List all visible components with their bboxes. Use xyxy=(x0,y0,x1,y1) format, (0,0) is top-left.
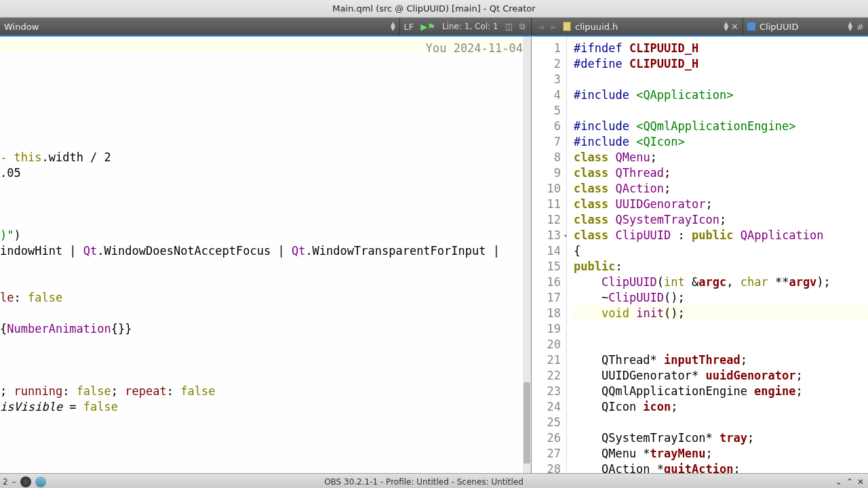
nav-forward-icon: ► xyxy=(549,22,559,32)
close-file-icon[interactable]: ✕ xyxy=(731,22,738,32)
window-title: Main.qml (src @ ClipUUID) [main] - Qt Cr… xyxy=(332,3,535,14)
object-combo-area: Window ▲▼ xyxy=(0,18,400,35)
line-ending[interactable]: LF xyxy=(404,22,414,32)
taskbar-left: 2 – xyxy=(0,476,61,487)
editor-main: You 2024-11-04 - this.width / 2 .05 )") … xyxy=(0,37,868,473)
project-icon xyxy=(747,22,755,30)
nav-back-icon[interactable]: ◄ xyxy=(536,22,545,32)
left-editor-content[interactable]: You 2024-11-04 - this.width / 2 .05 )") … xyxy=(0,41,523,415)
right-editor-content[interactable]: #ifndef CLIPUUID_H #define CLIPUUID_H #i… xyxy=(567,37,868,473)
tray-chevron-down-icon[interactable]: ⌄ xyxy=(835,477,842,487)
git-annotation: You 2024-11-04 xyxy=(0,41,523,56)
hash-icon[interactable]: # xyxy=(856,22,864,32)
tray-close-icon[interactable]: ✕ xyxy=(857,477,864,487)
window-titlebar: Main.qml (src @ ClipUUID) [main] - Qt Cr… xyxy=(0,0,868,18)
workspace-indicator[interactable]: 2 xyxy=(3,477,8,487)
open-file-name[interactable]: clipuuid.h xyxy=(575,22,618,32)
tray-chevron-up-icon[interactable]: ⌃ xyxy=(846,477,853,487)
toolbar-status: LF ▶⚑ Line: 1, Col: 1 ◫ ⧉ xyxy=(400,18,532,35)
qtcreator-app-icon[interactable] xyxy=(35,476,46,487)
qml-object-combo[interactable]: Window xyxy=(4,22,39,32)
build-run-icon[interactable]: ▶⚑ xyxy=(420,22,435,32)
left-scrollbar-thumb[interactable] xyxy=(524,382,530,464)
right-editor-pane[interactable]: 1234567 89101112 1314151617 181920212223… xyxy=(532,37,868,473)
line-col-indicator[interactable]: Line: 1, Col: 1 xyxy=(442,22,498,31)
header-file-icon xyxy=(563,22,571,31)
editor-toolbar: Window ▲▼ LF ▶⚑ Line: 1, Col: 1 ◫ ⧉ ◄ ► … xyxy=(0,18,868,35)
qml-object-label: Window xyxy=(4,22,39,32)
split-icon[interactable]: ◫ xyxy=(505,22,513,31)
close-split-icon[interactable]: ⧉ xyxy=(519,22,526,31)
project-combo-arrows-icon[interactable]: ▲▼ xyxy=(848,22,852,31)
file-combo-arrows-icon[interactable]: ▲▼ xyxy=(724,22,728,31)
project-combo-area: ClipUUID ▲▼ # xyxy=(743,18,868,35)
obs-app-icon[interactable] xyxy=(20,476,31,487)
left-editor-pane[interactable]: You 2024-11-04 - this.width / 2 .05 )") … xyxy=(0,37,532,473)
file-tab-area: ◄ ► clipuuid.h ▲▼ ✕ xyxy=(532,18,743,35)
combo-arrows-icon[interactable]: ▲▼ xyxy=(391,22,395,31)
line-number-gutter: 1234567 89101112 1314151617 181920212223… xyxy=(532,37,567,473)
system-taskbar: 2 – OBS 30.2.1-1 - Profile: Untitled - S… xyxy=(0,473,868,488)
left-scrollbar[interactable] xyxy=(523,37,531,473)
taskbar-title[interactable]: OBS 30.2.1-1 - Profile: Untitled - Scene… xyxy=(61,477,787,487)
minimize-icon[interactable]: – xyxy=(12,477,16,487)
taskbar-right: ⌄ ⌃ ✕ xyxy=(787,477,868,487)
project-name[interactable]: ClipUUID xyxy=(760,22,798,32)
